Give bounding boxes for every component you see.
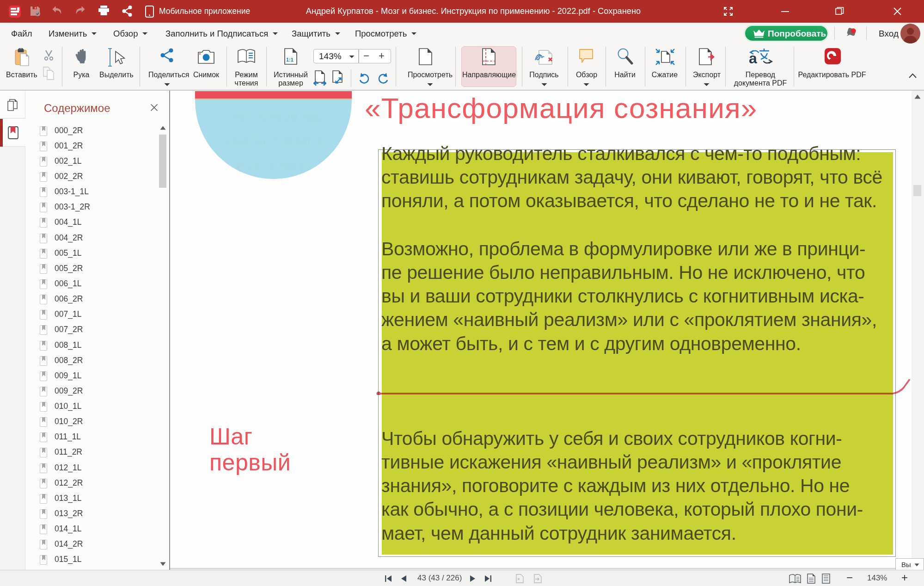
svg-text:1:1: 1:1: [286, 57, 294, 62]
